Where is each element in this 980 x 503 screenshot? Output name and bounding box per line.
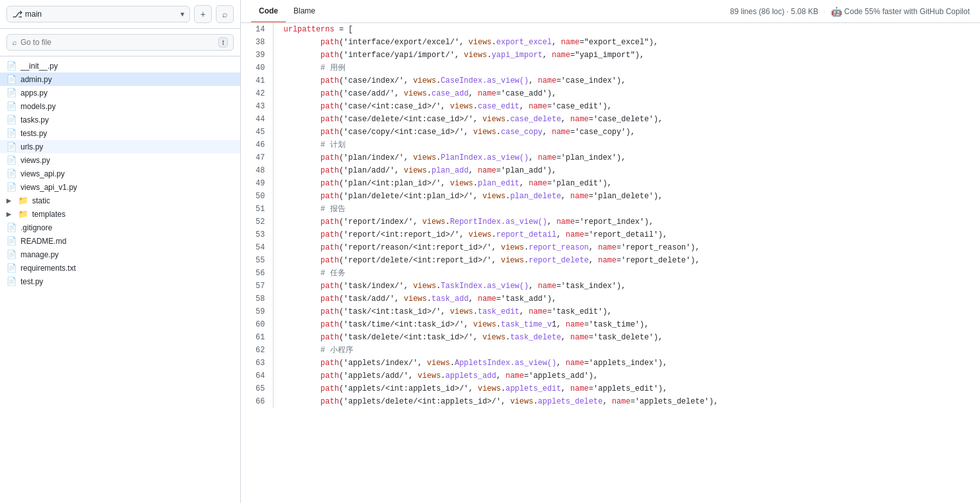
search-input[interactable] [21, 38, 214, 47]
line-number: 45 [241, 126, 273, 139]
search-files-button[interactable]: ⌕ [216, 5, 234, 23]
file-tree: 📄 __init__.py 📄 admin.py 📄 apps.py 📄 mod… [0, 56, 240, 503]
line-content: path('case/copy/<int:case_id>/', views.c… [273, 126, 980, 139]
chevron-right-icon: ▶ [6, 210, 14, 217]
file-icon: 📄 [6, 223, 17, 232]
file-icon: 📄 [6, 128, 17, 138]
code-area[interactable]: 14urlpatterns = [38 path('interface/expo… [241, 23, 980, 503]
line-content: # 小程序 [273, 344, 980, 357]
table-row: 56 # 任务 [241, 267, 980, 280]
branch-icon: ⎇ [12, 9, 22, 19]
sidebar-item-label: README.md [21, 237, 66, 246]
file-icon: 📄 [6, 155, 17, 165]
sidebar-item-requirements[interactable]: 📄 requirements.txt [0, 261, 240, 275]
copilot-text: Code 55% faster with GitHub Copilot [844, 7, 970, 16]
line-content: urlpatterns = [ [273, 23, 980, 36]
line-content: path('plan/index/', views.PlanIndex.as_v… [273, 151, 980, 164]
file-info: 89 lines (86 loc) · 5.08 KB · 🤖 Code 55%… [730, 6, 970, 17]
file-icon: 📄 [6, 263, 17, 273]
tab-code[interactable]: Code [251, 0, 286, 22]
sidebar-item-apps[interactable]: 📄 apps.py [0, 86, 240, 99]
line-content: path('interface/yapi/import/', views.yap… [273, 49, 980, 62]
sidebar-item-label: views.py [21, 156, 50, 165]
sidebar-item-label: requirements.txt [21, 264, 76, 273]
sidebar-item-manage[interactable]: 📄 manage.py [0, 248, 240, 261]
table-row: 42 path('case/add/', views.case_add, nam… [241, 87, 980, 100]
line-number: 52 [241, 216, 273, 228]
code-panel: Code Blame 89 lines (86 loc) · 5.08 KB ·… [241, 0, 980, 503]
search-input-wrapper[interactable]: ⌕ t [6, 34, 234, 51]
sidebar-item-label: admin.py [21, 75, 52, 84]
file-icon: 📄 [6, 61, 17, 71]
sidebar-item-templates[interactable]: ▶ 📁 templates [0, 207, 240, 221]
sidebar-item-test[interactable]: 📄 test.py [0, 275, 240, 288]
sidebar-item-init[interactable]: 📄 __init__.py [0, 59, 240, 72]
table-row: 57 path('task/index/', views.TaskIndex.a… [241, 280, 980, 293]
chevron-right-icon: ▶ [6, 197, 14, 204]
sidebar-item-tests[interactable]: 📄 tests.py [0, 126, 240, 140]
line-content: path('case/delete/<int:case_id>/', views… [273, 113, 980, 126]
tab-blame[interactable]: Blame [286, 0, 323, 22]
sidebar-item-static[interactable]: ▶ 📁 static [0, 194, 240, 207]
line-number: 61 [241, 331, 273, 344]
line-number: 38 [241, 36, 273, 49]
line-number: 56 [241, 267, 273, 280]
file-search-bar: ⌕ t [0, 29, 240, 56]
line-content: path('plan/<int:plan_id>/', views.plan_e… [273, 177, 980, 190]
file-icon: 📄 [6, 88, 17, 98]
table-row: 53 path('report/<int:report_id>/', views… [241, 228, 980, 241]
sidebar-item-label: test.py [21, 277, 43, 286]
code-header: Code Blame 89 lines (86 loc) · 5.08 KB ·… [241, 0, 980, 23]
line-number: 43 [241, 100, 273, 113]
line-number: 54 [241, 241, 273, 254]
line-number: 51 [241, 203, 273, 216]
table-row: 41 path('case/index/', views.CaseIndex.a… [241, 74, 980, 87]
table-row: 60 path('task/time/<int:task_id>/', view… [241, 318, 980, 331]
sidebar-item-label: views_api_v1.py [21, 183, 77, 192]
line-number: 14 [241, 23, 273, 36]
line-number: 58 [241, 293, 273, 305]
table-row: 55 path('report/delete/<int:report_id>/'… [241, 254, 980, 267]
search-shortcut: t [218, 37, 228, 47]
file-icon: 📄 [6, 236, 17, 246]
sidebar-item-views-api-v1[interactable]: 📄 views_api_v1.py [0, 180, 240, 194]
table-row: 58 path('task/add/', views.task_add, nam… [241, 293, 980, 305]
sidebar-item-readme[interactable]: 📄 README.md [0, 234, 240, 248]
file-icon: 📄 [6, 182, 17, 192]
file-icon: 📄 [6, 169, 17, 178]
line-number: 55 [241, 254, 273, 267]
sidebar-item-urls[interactable]: 📄 urls.py [0, 140, 240, 153]
line-number: 57 [241, 280, 273, 293]
file-icon: 📄 [6, 74, 17, 84]
table-row: 50 path('plan/delete/<int:plan_id>/', vi… [241, 190, 980, 203]
line-content: path('task/time/<int:task_id>/', views.t… [273, 318, 980, 331]
sidebar-item-admin[interactable]: 📄 admin.py [0, 72, 240, 86]
line-number: 44 [241, 113, 273, 126]
line-content: path('task/<int:task_id>/', views.task_e… [273, 305, 980, 318]
table-row: 38 path('interface/export/excel/', views… [241, 36, 980, 49]
line-content: path('plan/add/', views.plan_add, name='… [273, 164, 980, 177]
table-row: 63 path('applets/index/', views.AppletsI… [241, 357, 980, 370]
sidebar-item-views-api[interactable]: 📄 views_api.py [0, 167, 240, 180]
sidebar-item-models[interactable]: 📄 models.py [0, 99, 240, 113]
branch-selector[interactable]: ⎇ main ▾ [6, 6, 190, 22]
sidebar-item-views[interactable]: 📄 views.py [0, 153, 240, 167]
table-row: 47 path('plan/index/', views.PlanIndex.a… [241, 151, 980, 164]
table-row: 39 path('interface/yapi/import/', views.… [241, 49, 980, 62]
table-row: 66 path('applets/delete/<int:applets_id>… [241, 395, 980, 408]
copilot-icon: 🤖 [831, 6, 842, 17]
table-row: 46 # 计划 [241, 139, 980, 151]
line-number: 47 [241, 151, 273, 164]
sidebar-item-gitignore[interactable]: 📄 .gitignore [0, 221, 240, 234]
folder-icon: 📁 [18, 209, 28, 219]
copilot-badge[interactable]: 🤖 Code 55% faster with GitHub Copilot [831, 6, 970, 17]
sidebar-item-tasks[interactable]: 📄 tasks.py [0, 113, 240, 126]
table-row: 54 path('report/reason/<int:report_id>/'… [241, 241, 980, 254]
code-table: 14urlpatterns = [38 path('interface/expo… [241, 23, 980, 408]
add-file-button[interactable]: + [194, 5, 212, 23]
sidebar: ⎇ main ▾ + ⌕ ⌕ t 📄 __init__.py 📄 admin.p… [0, 0, 241, 503]
table-row: 44 path('case/delete/<int:case_id>/', vi… [241, 113, 980, 126]
file-stats: 89 lines (86 loc) · 5.08 KB [730, 7, 818, 16]
line-content: path('applets/delete/<int:applets_id>/',… [273, 395, 980, 408]
line-content: path('task/add/', views.task_add, name='… [273, 293, 980, 305]
